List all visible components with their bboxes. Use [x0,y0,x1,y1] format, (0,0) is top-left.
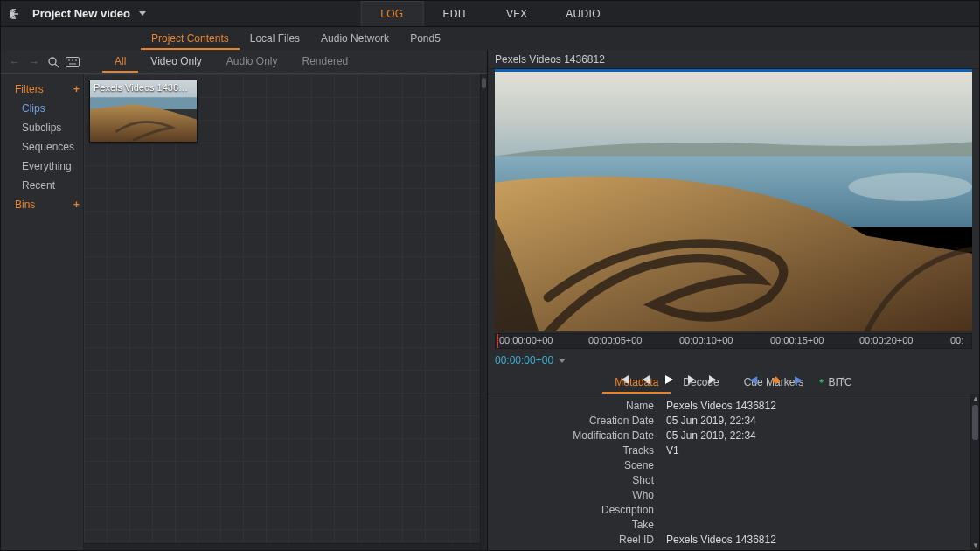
goto-end-icon[interactable] [706,372,722,387]
meta-key: Scene [488,459,663,471]
meta-key: Tracks [488,444,663,457]
nav-fwd-icon[interactable]: → [27,55,41,69]
sidebar-item-subclips[interactable]: Subclips [8,118,83,137]
tab-project-contents[interactable]: Project Contents [141,29,240,50]
meta-key: Creation Date [488,415,663,427]
meta-key: Take [488,519,663,531]
filter-tabs: All Video Only Audio Only Rendered [102,52,360,73]
meta-row: Description [488,502,970,517]
ruler-tick: 00:00:05+00 [588,335,642,345]
ruler-tick: 00: [950,335,963,345]
sidebar: Filters + Clips Subclips Sequences Every… [1,74,84,550]
add-filter-icon[interactable]: + [73,83,80,95]
svg-line-1 [55,64,59,67]
meta-key: Who [488,489,663,501]
meta-key: Description [488,504,663,516]
tab-audio[interactable]: AUDIO [546,1,620,26]
sidebar-item-clips[interactable]: Clips [8,99,83,118]
ruler-tick: 00:00:00+00 [499,335,553,345]
meta-value[interactable]: 05 Jun 2019, 22:34 [663,415,970,427]
meta-row: TracksV1 [488,443,970,457]
playhead-icon[interactable] [497,334,498,348]
tab-local-files[interactable]: Local Files [240,29,310,50]
ruler-tick: 00:00:20+00 [859,335,913,345]
timecode[interactable]: 00:00:00+00 [495,354,553,366]
sidebar-filters-label: Filters [15,83,44,95]
clip-thumbnail-label: Pexels Videos 1436812 [94,82,193,93]
svg-point-0 [49,58,56,65]
keyboard-icon[interactable] [66,55,80,69]
grid-vscroll[interactable] [480,74,487,550]
search-icon[interactable] [46,55,60,69]
sidebar-bins-header[interactable]: Bins + [8,195,83,214]
meta-value[interactable]: 05 Jun 2019, 22:34 [663,429,970,442]
timeline-ruler[interactable]: 00:00:00+00 00:00:05+00 00:00:10+00 00:0… [495,333,972,349]
tab-edit[interactable]: EDIT [423,1,487,26]
scroll-down-icon[interactable]: ▼ [972,541,978,550]
tab-audio-network[interactable]: Audio Network [310,29,400,50]
tab-vfx[interactable]: VFX [487,1,546,26]
project-menu-caret-icon[interactable] [139,11,146,16]
goto-start-icon[interactable] [615,372,631,387]
tab-log[interactable]: LOG [360,1,423,26]
sidebar-filters-header[interactable]: Filters + [8,80,83,99]
top-bar: Project New video LOG EDIT VFX AUDIO [1,1,979,27]
cue-marker-icon[interactable]: ⬥ [813,372,829,387]
sidebar-item-everything[interactable]: Everything [8,157,83,176]
viewer-title: Pexels Videos 1436812 [488,50,979,69]
meta-row: Scene [488,457,970,472]
filter-rendered[interactable]: Rendered [290,52,361,73]
meta-row: Creation Date05 Jun 2019, 22:34 [488,413,970,428]
source-tab-row: Project Contents Local Files Audio Netwo… [1,27,979,50]
meta-value[interactable]: Pexels Videos 1436812 [663,534,970,546]
filter-audio-only[interactable]: Audio Only [214,52,290,73]
project-title: Project New video [32,7,130,20]
ruler-tick: 00:00:15+00 [770,335,824,345]
step-back-icon[interactable] [638,372,654,387]
meta-row: Reel IDPexels Videos 1436812 [488,532,970,547]
ruler-tick: 00:00:10+00 [679,335,733,345]
sidebar-bins-label: Bins [15,199,35,211]
workspace-tabs: LOG EDIT VFX AUDIO [360,1,620,26]
clip-thumbnail[interactable]: Pexels Videos 1436812 [89,80,198,143]
add-marker-icon[interactable]: + [836,372,851,387]
meta-key: Reel ID [488,534,663,546]
add-bin-icon[interactable]: + [73,199,80,211]
meta-value[interactable]: Pexels Videos 1436812 [663,400,970,412]
meta-key: Modification Date [488,429,663,442]
meta-row: Modification Date05 Jun 2019, 22:34 [488,428,970,443]
metadata-panel: NamePexels Videos 1436812 Creation Date0… [488,394,979,550]
meta-row: NamePexels Videos 1436812 [488,398,970,413]
filter-all[interactable]: All [102,52,138,73]
metadata-vscroll[interactable]: ▲ ▼ [970,394,979,550]
meta-value[interactable]: V1 [663,444,970,457]
sidebar-item-sequences[interactable]: Sequences [8,137,83,157]
timecode-menu-icon[interactable] [559,359,566,363]
scroll-up-icon[interactable]: ▲ [972,394,978,403]
meta-row: Shot [488,472,970,487]
filter-video-only[interactable]: Video Only [138,52,213,73]
content-browser: ← → All Video Only Audio Only Rendered F… [1,50,488,550]
step-forward-icon[interactable] [684,372,699,387]
back-icon[interactable] [6,6,25,22]
svg-rect-2 [66,57,80,66]
transport-controls: ◀ ◆ ▶ ⬥ + [615,372,851,387]
meta-key: Shot [488,474,663,486]
meta-row: Take [488,517,970,532]
mark-out-icon[interactable]: ▶ [790,372,806,387]
browser-toolbar: ← → All Video Only Audio Only Rendered [1,50,487,74]
meta-key: Name [488,400,663,412]
svg-point-11 [848,173,972,201]
tab-pond5[interactable]: Pond5 [400,29,451,50]
viewer[interactable] [495,69,972,331]
sidebar-item-recent[interactable]: Recent [8,176,83,195]
clip-grid[interactable]: Pexels Videos 1436812 [84,74,487,550]
grid-hscroll[interactable] [84,543,480,550]
marker-icon[interactable]: ◆ [768,372,783,387]
mark-in-icon[interactable]: ◀ [745,372,761,387]
viewer-panel: Pexels Videos 1436812 [488,50,979,550]
nav-back-icon[interactable]: ← [8,55,22,69]
play-icon[interactable] [661,372,677,387]
meta-row: Who [488,487,970,502]
